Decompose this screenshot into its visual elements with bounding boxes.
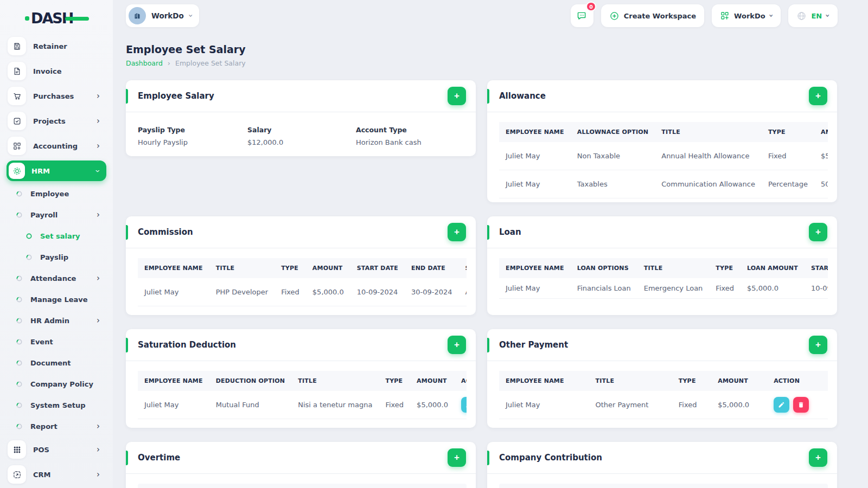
column-header: ACTION [455,371,467,391]
card-accent [126,225,128,240]
table-cell: $5,000.0 [306,278,350,306]
saturation-deduction-card: Saturation Deduction + EMPLOYEE NAMEDEDU… [126,329,476,428]
table-cell: Annual Health Allowance [655,142,762,170]
table-cell: 30-09-2024 [405,278,459,306]
add-overtime-button[interactable]: + [448,448,466,467]
commission-table: EMPLOYEE NAMETITLETYPEAMOUNTSTART DATEEN… [138,258,467,306]
sidebar-item-pos[interactable]: POS› [0,437,113,462]
workspace-menu-button[interactable]: WorkDo › [712,4,781,27]
sidebar-item-accounting[interactable]: Accounting› [0,133,113,158]
column-header: TITLE [209,258,275,278]
sidebar-item-manage-leave[interactable]: Manage Leave [0,289,113,310]
commission-card: Commission + EMPLOYEE NAMETITLETYPEAMOUN… [126,216,476,315]
sidebar-item-hrm[interactable]: HRM› [7,160,106,181]
chevron-down-icon: › [767,14,776,17]
delete-button[interactable] [793,397,809,413]
divider [487,112,837,112]
sidebar-item-purchases[interactable]: Purchases› [0,84,113,108]
sidebar-item-crm[interactable]: CRM› [0,462,113,487]
card-accent [487,451,489,465]
divider [487,248,837,248]
bullet-icon [15,296,23,304]
column-header: TITLE [655,122,762,142]
table-cell: Active [459,278,467,306]
bullet-icon [15,317,23,325]
language-button[interactable]: EN › [788,4,838,27]
chat-icon [576,10,588,22]
card-accent [126,89,128,104]
brand-logo[interactable]: DASH [25,9,89,27]
field-label: Payslip Type [138,126,247,134]
workspace-chip[interactable]: WorkDo › [126,4,199,27]
card-title: Other Payment [499,340,809,350]
sidebar-item-label: Payroll [30,211,58,219]
table-row: Juliet MayPHP DeveloperFixed$5,000.010-0… [138,278,467,306]
pos-icon [8,440,26,459]
column-header: STATUS [459,258,467,278]
column-header: END DATE [405,258,459,278]
sidebar-item-set-salary[interactable]: Set salary [0,226,113,247]
add-company-contribution-button[interactable]: + [809,448,827,467]
card-title: Commission [138,227,448,237]
table-row: Juliet MayTaxablesCommunication Allowanc… [499,170,828,198]
sidebar-item-document[interactable]: Document [0,352,113,374]
table-cell: Emergency Loan [637,278,710,299]
field-label: Salary [247,126,356,134]
bullet-icon [15,380,23,388]
chevron-right-icon: › [97,422,100,431]
add-allowance-button[interactable]: + [809,87,827,105]
sidebar-item-payroll[interactable]: Payroll› [0,204,113,226]
sidebar-item-label: Report [30,422,58,431]
add-loan-button[interactable]: + [809,223,827,241]
column-header: EMPLOYEE NAME [499,258,571,278]
sidebar-item-label: System Setup [30,401,86,409]
column-header: TITLE [637,258,710,278]
divider [126,248,476,248]
add-employee-salary-button[interactable]: + [448,87,466,105]
add-commission-button[interactable]: + [448,223,466,241]
sidebar-item-label: Event [30,338,53,346]
sidebar-item-payslip[interactable]: Payslip [0,247,113,268]
column-header: LOAN OPTIONS [571,258,637,278]
table-cell: Juliet May [499,278,571,299]
breadcrumb-dashboard-link[interactable]: Dashboard [126,59,163,67]
table-row: Juliet MayFinancials LoanEmergency LoanF… [499,278,828,299]
bullet-icon [15,359,23,367]
overtime-card: Overtime + [126,442,476,488]
add-other-payment-button[interactable]: + [809,336,827,354]
table-cell: Fixed [709,278,741,299]
table-cell: Fixed [275,278,306,306]
table-cell: $5,000.0 [814,142,828,170]
sidebar-item-company-policy[interactable]: Company Policy [0,374,113,395]
sidebar-item-retainer[interactable]: Retainer [0,34,113,59]
create-workspace-button[interactable]: Create Workspace [601,4,704,27]
sidebar-item-label: HR Admin [30,317,69,325]
add-saturation-deduction-button[interactable]: + [448,336,466,354]
sidebar-item-attendance[interactable]: Attendance› [0,268,113,289]
sidebar-item-system-setup[interactable]: System Setup [0,395,113,416]
table-cell: 10-09-2024 [805,278,828,299]
bullet-icon [15,274,23,282]
sidebar-item-invoice[interactable]: Invoice [0,59,113,84]
column-header: START DATE [350,258,405,278]
chevron-down-icon: › [93,169,101,172]
sidebar-item-projects[interactable]: Projects› [0,108,113,133]
messages-button[interactable]: 0 [571,4,593,27]
workspace-menu-label: WorkDo [734,12,765,20]
table-header-row: EMPLOYEE NAMETITLETYPEAMOUNTACTION [499,371,828,391]
sidebar-item-report[interactable]: Report› [0,416,113,437]
edit-button[interactable] [774,397,789,413]
sidebar-item-label: Accounting [33,142,78,150]
chevron-right-icon: › [97,317,100,325]
projects-icon [8,112,26,130]
building-icon [132,11,142,21]
sidebar-item-event[interactable]: Event [0,331,113,352]
field-value: Horizon Bank cash [356,138,464,146]
sidebar-item-employee[interactable]: Employee [0,183,113,204]
table-cell: Non Taxable [571,142,655,170]
sidebar-item-label: Document [30,359,71,367]
column-header: EMPLOYEE NAME [138,258,209,278]
sidebar-item-hr-admin[interactable]: HR Admin› [0,310,113,331]
edit-button[interactable] [461,397,467,413]
card-title: Loan [499,227,809,237]
